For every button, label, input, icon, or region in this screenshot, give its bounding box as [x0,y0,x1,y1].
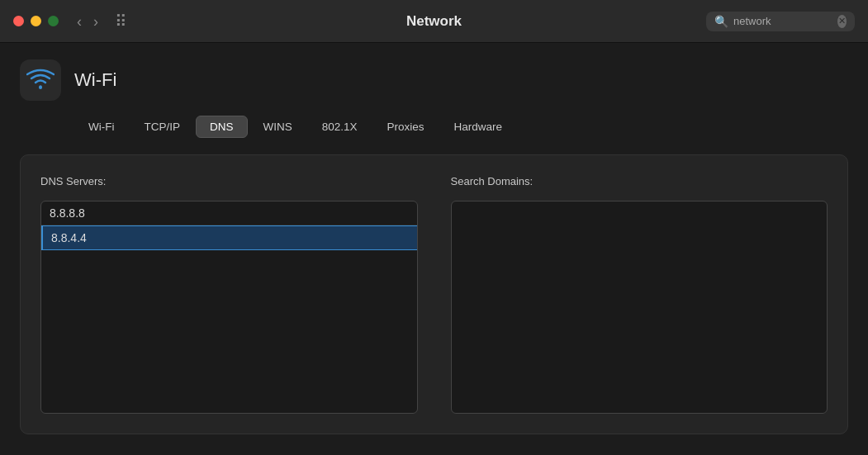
main-content: Wi-Fi Wi-Fi TCP/IP DNS WINS 802.1X Proxi… [0,43,868,455]
tabs-bar: Wi-Fi TCP/IP DNS WINS 802.1X Proxies Har… [74,116,848,138]
search-icon: 🔍 [714,15,728,28]
dns-entry-2[interactable]: 8.8.4.4 [41,225,417,250]
tab-hardware[interactable]: Hardware [440,116,517,138]
content-panel: DNS Servers: 8.8.8.8 8.8.4.4 Search Doma… [20,154,848,434]
tab-wifi[interactable]: Wi-Fi [74,116,128,138]
search-domains-label: Search Domains: [451,175,828,187]
wifi-label: Wi-Fi [74,69,116,91]
grid-icon[interactable]: ⠿ [115,12,127,31]
search-domains-section: Search Domains: [451,175,828,414]
dns-servers-section: DNS Servers: 8.8.8.8 8.8.4.4 [40,175,418,414]
search-bar: 🔍 ✕ [706,12,855,31]
dns-servers-label: DNS Servers: [40,175,418,187]
tab-tcpip[interactable]: TCP/IP [130,116,194,138]
wifi-icon [26,69,55,92]
search-clear-button[interactable]: ✕ [837,15,847,28]
search-domains-list [451,201,828,414]
back-button[interactable]: ‹ [74,12,85,31]
svg-point-0 [39,86,42,89]
wifi-icon-box [20,59,61,101]
close-button[interactable] [13,16,24,26]
tab-dns[interactable]: DNS [196,116,248,138]
tab-8021x[interactable]: 802.1X [308,116,372,138]
traffic-lights [13,16,59,26]
tab-proxies[interactable]: Proxies [373,116,439,138]
wifi-header: Wi-Fi [20,59,848,101]
maximize-button[interactable] [48,16,59,26]
dns-servers-list: 8.8.8.8 8.8.4.4 [40,201,418,414]
nav-buttons: ‹ › [74,12,102,31]
forward-button[interactable]: › [90,12,102,31]
dns-entry-1[interactable]: 8.8.8.8 [41,201,417,225]
titlebar: ‹ › ⠿ Network 🔍 ✕ [0,0,868,43]
minimize-button[interactable] [31,16,41,26]
tab-wins[interactable]: WINS [249,116,306,138]
window-title: Network [406,13,462,30]
search-input[interactable] [733,15,832,27]
